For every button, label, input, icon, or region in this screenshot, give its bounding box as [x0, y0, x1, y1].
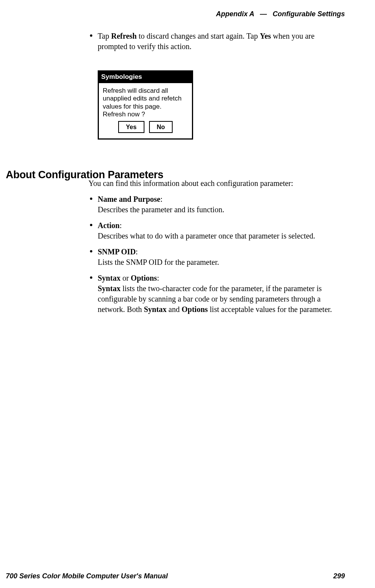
param-item-snmp-oid: SNMP OID: Lists the SNMP OID for the par… — [88, 247, 345, 268]
pi3-colon: : — [157, 274, 159, 282]
footer-right: 299 — [333, 572, 345, 580]
pi0-colon: : — [160, 195, 163, 203]
pi0-desc: Describes the parameter and its function… — [98, 205, 224, 214]
yes-button[interactable]: Yes — [118, 121, 144, 133]
pi2-colon: : — [136, 247, 138, 256]
no-button[interactable]: No — [149, 121, 173, 133]
page-footer: 700 Series Color Mobile Computer User's … — [6, 572, 345, 580]
header-title: Configurable Settings — [273, 10, 345, 18]
pi3-label2: Options — [131, 274, 157, 282]
param-item-action: Action: Describes what to do with a para… — [88, 220, 345, 241]
pi2-desc: Lists the SNMP OID for the parameter. — [98, 258, 219, 266]
pi1-desc: Describes what to do with a parameter on… — [98, 232, 315, 240]
param-item-name-purpose: Name and Purpose: Describes the paramete… — [88, 194, 345, 215]
header-dash: — — [260, 10, 267, 18]
dialog-line-1: Refresh will discard all — [103, 87, 188, 95]
dialog-body: Refresh will discard all unapplied edits… — [99, 83, 192, 138]
pi3-db1: Syntax — [98, 284, 120, 293]
section-body: You can find this information about each… — [88, 176, 345, 320]
dialog-title: Symbologies — [99, 70, 192, 83]
pi3-or: or — [120, 274, 131, 282]
dialog-line-4: Refresh now ? — [103, 111, 188, 118]
dialog-line-3: values for this page. — [103, 103, 188, 111]
pi3-db2: Syntax — [144, 305, 166, 314]
t-mid: to discard changes and start again. Tap — [137, 32, 260, 40]
dialog-line-2: unapplied edits and refetch — [103, 95, 188, 102]
pi3-dm2: and — [166, 305, 182, 314]
pi3-de: list acceptable values for the para­mete… — [208, 305, 332, 314]
pi0-label: Name and Purpose — [98, 195, 160, 203]
pi3-db3: Options — [182, 305, 208, 314]
dialog-buttons: Yes No — [103, 119, 188, 133]
footer-left: 700 Series Color Mobile Computer User's … — [6, 572, 168, 580]
top-content: Tap Refresh to discard changes and start… — [88, 31, 343, 140]
param-list: Name and Purpose: Describes the paramete… — [88, 194, 345, 315]
page-header: Appendix A — Configurable Settings — [216, 10, 345, 18]
pi2-label: SNMP OID — [98, 247, 136, 256]
header-appendix: Appendix A — [216, 10, 254, 18]
pi3-label1: Syntax — [98, 274, 120, 282]
symbologies-dialog: Symbologies Refresh will discard all una… — [98, 70, 193, 140]
t-refresh: Refresh — [111, 32, 137, 40]
t-yes: Yes — [260, 32, 271, 40]
pi1-colon: : — [120, 221, 122, 230]
param-item-syntax-options: Syntax or Options: Syntax lists the two-… — [88, 273, 345, 315]
section-intro: You can find this information about each… — [88, 178, 345, 189]
t-pre: Tap — [98, 32, 111, 40]
pi1-label: Action — [98, 221, 120, 230]
top-bullet-item: Tap Refresh to discard changes and start… — [88, 31, 343, 52]
top-bullet-list: Tap Refresh to discard changes and start… — [88, 31, 343, 52]
